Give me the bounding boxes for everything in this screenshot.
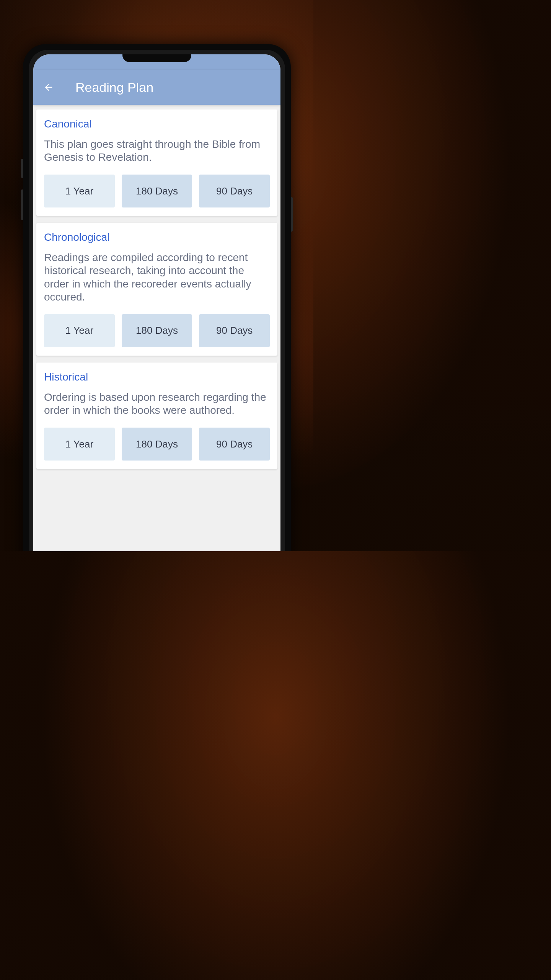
duration-button-row: 1 Year 180 Days 90 Days (44, 314, 270, 347)
plan-card-canonical: Canonical This plan goes straight throug… (36, 109, 277, 216)
phone-side-button (291, 197, 293, 232)
plan-title: Canonical (44, 118, 270, 130)
phone-border: Reading Plan Canonical This plan goes st… (29, 50, 285, 551)
duration-button-180days[interactable]: 180 Days (122, 428, 192, 461)
phone-side-button (21, 159, 23, 178)
page-title: Reading Plan (75, 80, 153, 95)
plan-title: Chronological (44, 231, 270, 243)
duration-button-180days[interactable]: 180 Days (122, 175, 192, 207)
back-button[interactable] (41, 80, 56, 95)
app-bar: Reading Plan (33, 70, 280, 105)
duration-button-1year[interactable]: 1 Year (44, 428, 115, 461)
duration-button-90days[interactable]: 90 Days (199, 314, 270, 347)
phone-notch (122, 54, 191, 62)
plan-card-chronological: Chronological Readings are compiled acco… (36, 223, 277, 356)
plan-description: This plan goes straight through the Bibl… (44, 138, 270, 164)
content-area: Canonical This plan goes straight throug… (33, 105, 280, 551)
phone-screen: Reading Plan Canonical This plan goes st… (33, 54, 280, 551)
phone-frame: Reading Plan Canonical This plan goes st… (23, 44, 291, 551)
duration-button-90days[interactable]: 90 Days (199, 175, 270, 207)
duration-button-1year[interactable]: 1 Year (44, 314, 115, 347)
plan-description: Readings are compiled according to recen… (44, 251, 270, 304)
back-arrow-icon (43, 82, 54, 93)
duration-button-row: 1 Year 180 Days 90 Days (44, 428, 270, 461)
phone-side-button (21, 189, 23, 220)
plan-card-historical: Historical Ordering is based upon resear… (36, 363, 277, 469)
plan-title: Historical (44, 371, 270, 383)
plan-description: Ordering is based upon research regardin… (44, 391, 270, 417)
duration-button-1year[interactable]: 1 Year (44, 175, 115, 207)
duration-button-row: 1 Year 180 Days 90 Days (44, 175, 270, 207)
duration-button-180days[interactable]: 180 Days (122, 314, 192, 347)
duration-button-90days[interactable]: 90 Days (199, 428, 270, 461)
